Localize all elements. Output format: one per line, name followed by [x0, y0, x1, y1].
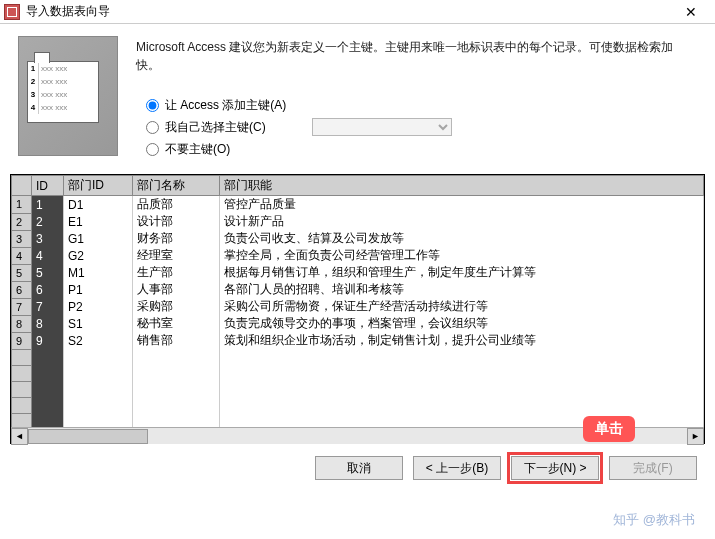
cell-id — [32, 349, 64, 365]
wizard-illustration: 1xxx xxx 2xxx xxx 3xxx xxx 4xxx xxx — [18, 36, 118, 156]
cell-deptid: M1 — [64, 264, 133, 281]
cell-func: 负责完成领导交办的事项，档案管理，会议组织等 — [219, 315, 703, 332]
table-row[interactable]: 77P2采购部采购公司所需物资，保证生产经营活动持续进行等 — [12, 298, 704, 315]
table-row[interactable]: 22E1设计部设计新产品 — [12, 213, 704, 230]
row-number: 3 — [12, 230, 32, 247]
cell-deptname: 财务部 — [132, 230, 219, 247]
cell-deptid: G2 — [64, 247, 133, 264]
table-row[interactable]: 99S2销售部策划和组织企业市场活动，制定销售计划，提升公司业绩等 — [12, 332, 704, 349]
cell-func: 根据每月销售订单，组织和管理生产，制定年度生产计算等 — [219, 264, 703, 281]
cell-id: 4 — [32, 247, 64, 264]
cell-func: 管控产品质量 — [219, 196, 703, 214]
upper-panel: 1xxx xxx 2xxx xxx 3xxx xxx 4xxx xxx Micr… — [0, 24, 715, 168]
row-number — [12, 349, 32, 365]
watermark: 知乎 @教科书 — [613, 511, 695, 529]
cell-id: 7 — [32, 298, 64, 315]
scroll-right-arrow[interactable]: ► — [687, 428, 704, 445]
title-bar: 导入数据表向导 ✕ — [0, 0, 715, 24]
back-button[interactable]: < 上一步(B) — [413, 456, 501, 480]
table-row[interactable] — [12, 397, 704, 413]
row-number: 8 — [12, 315, 32, 332]
row-number: 2 — [12, 213, 32, 230]
table-row[interactable]: 55M1生产部根据每月销售订单，组织和管理生产，制定年度生产计算等 — [12, 264, 704, 281]
cell-id: 1 — [32, 196, 64, 214]
row-number: 6 — [12, 281, 32, 298]
row-header-blank — [12, 176, 32, 196]
row-number: 7 — [12, 298, 32, 315]
cell-id: 9 — [32, 332, 64, 349]
cell-id: 5 — [32, 264, 64, 281]
cell-deptid: S1 — [64, 315, 133, 332]
cell-func: 各部门人员的招聘、培训和考核等 — [219, 281, 703, 298]
cell-deptname: 采购部 — [132, 298, 219, 315]
description-text: Microsoft Access 建议您为新表定义一个主键。主键用来唯一地标识表… — [136, 38, 697, 74]
cell-id: 2 — [32, 213, 64, 230]
radio-access-add-key[interactable] — [146, 99, 159, 112]
cell-deptname: 设计部 — [132, 213, 219, 230]
app-icon — [4, 4, 20, 20]
cell-id — [32, 365, 64, 381]
cell-deptid: P2 — [64, 298, 133, 315]
window-title: 导入数据表向导 — [26, 3, 671, 20]
finish-button[interactable]: 完成(F) — [609, 456, 697, 480]
row-number: 9 — [12, 332, 32, 349]
data-preview-grid: ID 部门ID 部门名称 部门职能 11D1品质部管控产品质量22E1设计部设计… — [10, 174, 705, 444]
cell-id — [32, 381, 64, 397]
cell-deptname: 生产部 — [132, 264, 219, 281]
radio-choose-key[interactable] — [146, 121, 159, 134]
cell-deptname: 经理室 — [132, 247, 219, 264]
table-row[interactable]: 88S1秘书室负责完成领导交办的事项，档案管理，会议组织等 — [12, 315, 704, 332]
cell-deptid: D1 — [64, 196, 133, 214]
table-row[interactable]: 66P1人事部各部门人员的招聘、培训和考核等 — [12, 281, 704, 298]
cell-deptid: P1 — [64, 281, 133, 298]
cell-func: 负责公司收支、结算及公司发放等 — [219, 230, 703, 247]
cell-id: 6 — [32, 281, 64, 298]
radio-choose-key-label[interactable]: 我自己选择主键(C) — [165, 119, 266, 136]
cell-deptid: E1 — [64, 213, 133, 230]
cell-func: 策划和组织企业市场活动，制定销售计划，提升公司业绩等 — [219, 332, 703, 349]
callout-badge: 单击 — [583, 416, 635, 442]
table-row[interactable] — [12, 381, 704, 397]
col-header-func[interactable]: 部门职能 — [219, 176, 703, 196]
col-header-deptid[interactable]: 部门ID — [64, 176, 133, 196]
radio-no-key-label[interactable]: 不要主键(O) — [165, 141, 230, 158]
row-number: 5 — [12, 264, 32, 281]
table-row[interactable] — [12, 349, 704, 365]
cell-id — [32, 397, 64, 413]
scroll-left-arrow[interactable]: ◄ — [11, 428, 28, 445]
row-number — [12, 413, 32, 427]
row-number — [12, 365, 32, 381]
data-table: ID 部门ID 部门名称 部门职能 11D1品质部管控产品质量22E1设计部设计… — [11, 175, 704, 427]
table-row[interactable]: 11D1品质部管控产品质量 — [12, 196, 704, 214]
radio-access-add-key-label[interactable]: 让 Access 添加主键(A) — [165, 97, 286, 114]
next-button[interactable]: 下一步(N) > — [511, 456, 599, 480]
row-number: 1 — [12, 196, 32, 214]
cell-deptname: 人事部 — [132, 281, 219, 298]
button-bar: 单击 取消 < 上一步(B) 下一步(N) > 完成(F) — [0, 444, 715, 492]
cell-deptid: S2 — [64, 332, 133, 349]
table-row[interactable]: 33G1财务部负责公司收支、结算及公司发放等 — [12, 230, 704, 247]
row-number — [12, 381, 32, 397]
row-number: 4 — [12, 247, 32, 264]
table-row[interactable]: 44G2经理室掌控全局，全面负责公司经营管理工作等 — [12, 247, 704, 264]
cell-deptname: 销售部 — [132, 332, 219, 349]
cell-deptid: G1 — [64, 230, 133, 247]
scroll-thumb[interactable] — [28, 429, 148, 444]
cancel-button[interactable]: 取消 — [315, 456, 403, 480]
cell-deptname: 秘书室 — [132, 315, 219, 332]
col-header-deptname[interactable]: 部门名称 — [132, 176, 219, 196]
row-number — [12, 397, 32, 413]
close-button[interactable]: ✕ — [671, 4, 711, 20]
table-row[interactable] — [12, 365, 704, 381]
radio-no-key[interactable] — [146, 143, 159, 156]
cell-func: 采购公司所需物资，保证生产经营活动持续进行等 — [219, 298, 703, 315]
cell-id: 3 — [32, 230, 64, 247]
cell-deptname: 品质部 — [132, 196, 219, 214]
cell-func: 掌控全局，全面负责公司经营管理工作等 — [219, 247, 703, 264]
cell-id: 8 — [32, 315, 64, 332]
cell-func: 设计新产品 — [219, 213, 703, 230]
col-header-id[interactable]: ID — [32, 176, 64, 196]
cell-id — [32, 413, 64, 427]
key-field-select[interactable] — [312, 118, 452, 136]
primary-key-options: 让 Access 添加主键(A) 我自己选择主键(C) 不要主键(O) — [136, 94, 697, 160]
